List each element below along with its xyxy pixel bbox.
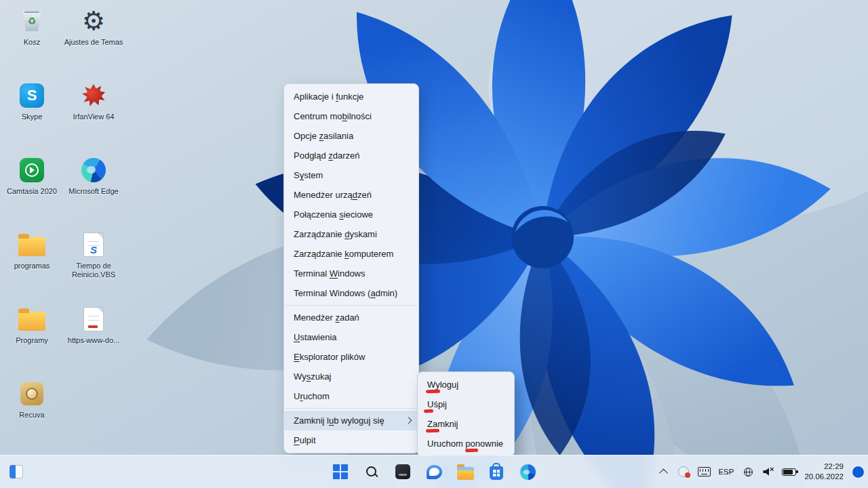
clock[interactable]: 22:29 20.06.2022 xyxy=(804,462,844,482)
desktop-icon-programy[interactable]: Programy xyxy=(1,304,62,345)
pinned-app-icon xyxy=(9,465,23,479)
menu-item-mened-er-zada[interactable]: Menedżer zadań xyxy=(284,308,418,327)
desktop-icon-https-www-do[interactable]: https-www-do... xyxy=(63,304,124,345)
desktop-icon-label: IrfanView 64 xyxy=(63,113,124,121)
desktop-icon-kosz[interactable]: Kosz xyxy=(1,5,62,47)
menu-item-pulpit[interactable]: Pulpit xyxy=(284,430,418,450)
network-globe-icon xyxy=(744,468,753,476)
tray-overflow-button[interactable] xyxy=(656,461,671,483)
red-underline-annotation xyxy=(465,449,478,453)
menu-item-label: System xyxy=(294,170,323,180)
menu-item-label: Ustawienia xyxy=(294,332,337,342)
tray-alert-button[interactable] xyxy=(676,461,691,483)
red-underline-annotation xyxy=(426,390,440,394)
desktop-icon-programas[interactable]: programas xyxy=(1,229,62,270)
submenu-item-label: Uśpij xyxy=(427,399,447,409)
desktop-icon-label: Camtasia 2020 xyxy=(1,187,62,196)
taskbar-store-button[interactable] xyxy=(483,458,510,485)
menu-item-system[interactable]: System xyxy=(284,165,418,185)
menu-item-po-czenia-sieciowe[interactable]: Połączenia sieciowe xyxy=(284,205,418,224)
notification-badge[interactable] xyxy=(852,466,864,478)
menu-separator xyxy=(285,408,417,409)
menu-item-label: Zarządzanie komputerem xyxy=(294,249,393,259)
language-indicator[interactable]: ESP xyxy=(717,468,735,476)
menu-item-terminal-windows[interactable]: Terminal Windows xyxy=(284,264,418,283)
folder-icon xyxy=(1,304,62,335)
menu-item-label: Uruchom xyxy=(294,391,330,401)
desktop-icon-microsoft-edge[interactable]: Microsoft Edge xyxy=(63,155,124,196)
touch-keyboard-icon xyxy=(698,467,711,476)
red-underline-annotation xyxy=(426,429,439,433)
camtasia-icon xyxy=(1,155,62,186)
html-file-icon xyxy=(63,304,124,335)
desktop-icon-recuva[interactable]: Recuva xyxy=(1,378,62,420)
submenu-item-u-pij[interactable]: Uśpij xyxy=(418,394,514,414)
menu-item-label: Centrum mobilności xyxy=(294,111,372,121)
submenu-item-label: Zamknij xyxy=(427,419,458,429)
menu-item-label: Menedżer zadań xyxy=(294,312,359,323)
desktop-icon-label: Tiempo de Reinicio.VBS xyxy=(63,262,124,279)
tray-keyboard-button[interactable] xyxy=(696,461,711,483)
submenu-item-zamknij[interactable]: Zamknij xyxy=(418,414,514,434)
menu-item-aplikacje-i-funkcje[interactable]: Aplikacje i funkcje xyxy=(284,87,418,106)
chevron-up-icon xyxy=(659,468,668,477)
taskbar-search-button[interactable] xyxy=(358,458,385,485)
desktop-icon-label: Recuva xyxy=(1,411,62,420)
menu-item-label: Połączenia sieciowe xyxy=(294,209,373,220)
submenu-item-uruchom-ponownie[interactable]: Uruchom ponownie xyxy=(418,434,514,453)
taskbar-start-button[interactable] xyxy=(327,458,354,485)
folder-icon xyxy=(1,229,62,260)
desktop-icon-skype[interactable]: Skype xyxy=(1,80,62,121)
desktop-icon-label: Skype xyxy=(1,113,62,121)
desktop-icon-irfanview-64[interactable]: IrfanView 64 xyxy=(63,80,124,121)
clock-time: 22:29 xyxy=(804,462,844,472)
desktop-icon-label: programas xyxy=(1,262,62,270)
tray-network-button[interactable] xyxy=(741,461,755,483)
menu-item-uruchom[interactable]: Uruchom xyxy=(284,386,418,406)
menu-item-label: Eksplorator plików xyxy=(294,352,366,362)
menu-item-label: Opcje zasilania xyxy=(294,131,353,141)
taskbar: ESP 22:29 20.06.2022 xyxy=(0,455,868,488)
shutdown-submenu: WylogujUśpijZamknijUruchom ponownie xyxy=(417,371,515,457)
menu-item-label: Pulpit xyxy=(294,435,316,445)
red-underline-annotation xyxy=(424,409,433,413)
taskbar-chat-button[interactable] xyxy=(420,458,448,485)
desktop-icon-camtasia-2020[interactable]: Camtasia 2020 xyxy=(1,155,62,196)
clock-date: 20.06.2022 xyxy=(804,472,844,482)
search-icon xyxy=(365,465,378,479)
menu-item-wyszukaj[interactable]: Wyszukaj xyxy=(284,367,418,386)
menu-item-zarz-dzanie-dyskami[interactable]: Zarządzanie dyskami xyxy=(284,224,418,244)
menu-item-label: Zarządzanie dyskami xyxy=(294,229,377,239)
taskbar-explorer-button[interactable] xyxy=(452,458,479,485)
tray-battery-button[interactable] xyxy=(781,461,796,483)
taskbar-dark-app-button[interactable] xyxy=(389,458,416,485)
menu-item-centrum-mobilno-ci[interactable]: Centrum mobilności xyxy=(284,106,418,126)
menu-item-mened-er-urz-dze[interactable]: Menedżer urządzeń xyxy=(284,185,418,205)
tray-volume-button[interactable] xyxy=(761,461,776,483)
submenu-item-wyloguj[interactable]: Wyloguj xyxy=(418,375,514,394)
menu-item-label: Menedżer urządzeń xyxy=(294,190,372,200)
winx-menu: Aplikacje i funkcjeCentrum mobilnościOpc… xyxy=(283,83,419,453)
taskbar-corner xyxy=(7,455,26,488)
menu-item-eksplorator-plik-w[interactable]: Eksplorator plików xyxy=(284,347,418,367)
submenu-item-label: Uruchom ponownie xyxy=(427,439,503,449)
taskbar-edge-button[interactable] xyxy=(514,458,541,485)
submenu-chevron-icon xyxy=(406,417,412,424)
menu-item-terminal-windows-admin[interactable]: Terminal Windows (admin) xyxy=(284,283,418,303)
menu-item-podgl-d-zdarze[interactable]: Podgląd zdarzeń xyxy=(284,146,418,165)
recuva-icon xyxy=(1,378,62,409)
menu-item-zamknij-lub-wyloguj-si[interactable]: Zamknij lub wyloguj się xyxy=(284,411,418,430)
taskbar-center xyxy=(327,458,541,485)
desktop-icon-tiempo-de-reinicio-vbs[interactable]: Tiempo de Reinicio.VBS xyxy=(63,229,124,279)
menu-item-opcje-zasilania[interactable]: Opcje zasilania xyxy=(284,126,418,146)
menu-item-ustawienia[interactable]: Ustawienia xyxy=(284,327,418,347)
taskbar-corner-app-button[interactable] xyxy=(7,458,26,485)
explorer-icon xyxy=(457,467,474,480)
skype-icon xyxy=(1,80,62,111)
windows-desktop: KoszAjustes de TemasSkypeIrfanView 64Cam… xyxy=(0,0,868,488)
menu-item-zarz-dzanie-komputerem[interactable]: Zarządzanie komputerem xyxy=(284,244,418,264)
battery-icon xyxy=(782,468,796,476)
menu-item-label: Terminal Windows (admin) xyxy=(294,288,397,298)
vbs-file-icon xyxy=(63,229,124,260)
desktop-icon-ajustes-de-temas[interactable]: Ajustes de Temas xyxy=(63,5,124,47)
